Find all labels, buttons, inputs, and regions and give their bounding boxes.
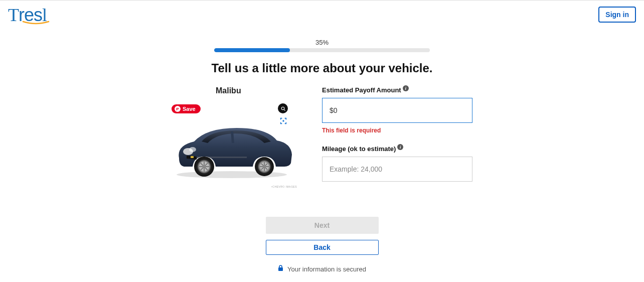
info-icon[interactable]: i (397, 144, 403, 150)
vehicle-image-wrap: P Save (172, 100, 297, 188)
lock-icon (278, 265, 283, 273)
image-search-icon[interactable] (278, 103, 288, 113)
logo[interactable]: Tresl (8, 5, 50, 25)
svg-line-1 (284, 109, 285, 110)
mileage-field-block: Mileage (ok to estimate) i (322, 145, 472, 182)
mileage-input[interactable] (322, 157, 472, 182)
progress-label: 35% (106, 39, 538, 46)
nav-buttons: Next Back (106, 217, 538, 255)
payoff-field-block: Estimated Payoff Amount i This field is … (322, 86, 472, 134)
pinterest-save-button[interactable]: P Save (172, 104, 201, 113)
save-label: Save (183, 106, 196, 112)
info-icon[interactable]: i (403, 85, 409, 91)
image-watermark: •CHEVRO IMAGES (271, 185, 297, 188)
secure-text: Your information is secured (287, 265, 366, 273)
svg-point-21 (263, 165, 266, 168)
payoff-input[interactable] (322, 98, 472, 123)
vehicle-image (167, 120, 297, 181)
svg-rect-22 (278, 267, 283, 271)
pinterest-icon: P (175, 106, 181, 112)
back-button[interactable]: Back (266, 240, 379, 255)
form-column: Estimated Payoff Amount i This field is … (322, 86, 472, 193)
svg-point-5 (189, 147, 196, 152)
main-content: 35% Tell us a little more about your veh… (106, 39, 538, 273)
payoff-label: Estimated Payoff Amount i (322, 86, 472, 94)
mileage-label: Mileage (ok to estimate) i (322, 145, 472, 153)
page-heading: Tell us a little more about your vehicle… (106, 61, 538, 75)
payoff-error: This field is required (322, 127, 472, 134)
svg-rect-7 (191, 156, 194, 158)
vehicle-column: Malibu P Save (172, 86, 297, 193)
svg-point-14 (203, 165, 206, 168)
progress-fill (214, 48, 290, 52)
progress-bar (214, 48, 430, 52)
next-button[interactable]: Next (266, 217, 379, 234)
header: Tresl Sign in (0, 0, 644, 29)
svg-point-0 (281, 107, 284, 110)
secure-row: Your information is secured (106, 265, 538, 273)
signin-button[interactable]: Sign in (598, 7, 636, 23)
vehicle-name: Malibu (216, 86, 297, 95)
